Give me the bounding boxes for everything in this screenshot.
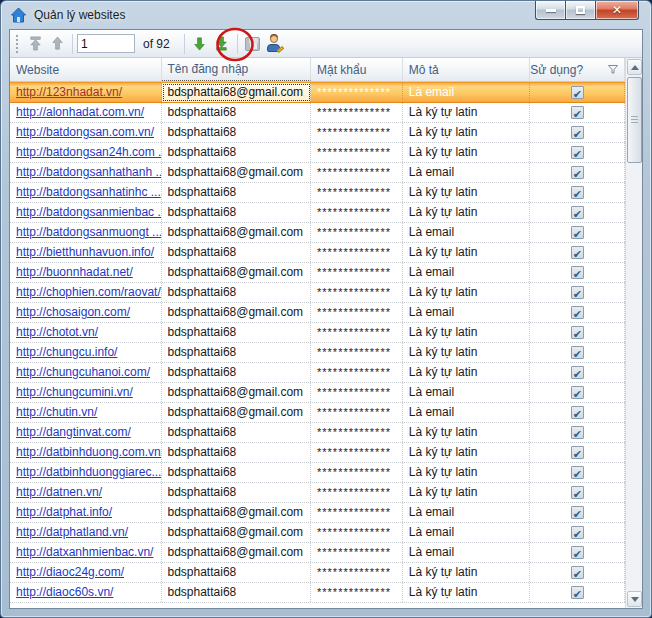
edit-user-button[interactable] (264, 33, 286, 55)
website-link[interactable]: http://chosaigon.com/ (10, 303, 162, 322)
table-row[interactable]: http://batdongsanhathanh ... bdsphattai6… (10, 163, 625, 183)
table-row[interactable]: http://dangtinvat.com/ bdsphattai68 ****… (10, 423, 625, 443)
password-cell[interactable]: ************** (311, 183, 403, 202)
website-link[interactable]: http://diaoc24g.com/ (10, 563, 162, 582)
description-cell[interactable]: Là email (403, 303, 531, 322)
password-cell[interactable]: ************** (311, 103, 403, 122)
maximize-button[interactable] (565, 1, 595, 20)
password-cell[interactable]: ************** (311, 523, 403, 542)
website-link[interactable]: http://batdongsanhatinhc ... (10, 183, 162, 202)
password-cell[interactable]: ************** (311, 463, 403, 482)
username-cell[interactable]: bdsphattai68@gmail.com (162, 223, 312, 242)
filter-funnel-icon[interactable] (608, 65, 618, 74)
column-header-used[interactable]: Sử dụng? (530, 58, 625, 81)
used-checkbox[interactable] (571, 166, 584, 179)
description-cell[interactable]: Là ký tự latin (403, 123, 531, 142)
used-checkbox[interactable] (571, 286, 584, 299)
website-link[interactable]: http://batdongsan24h.com ... (10, 143, 162, 162)
minimize-button[interactable] (535, 1, 565, 20)
table-row[interactable]: http://bietthunhavuon.info/ bdsphattai68… (10, 243, 625, 263)
description-cell[interactable]: Là email (403, 263, 531, 282)
description-cell[interactable]: Là email (403, 383, 531, 402)
description-cell[interactable]: Là ký tự latin (403, 483, 531, 502)
website-link[interactable]: http://diaoc60s.vn/ (10, 583, 162, 602)
table-row[interactable]: http://batdongsanmuongt ... bdsphattai68… (10, 223, 625, 243)
username-cell[interactable]: bdsphattai68@gmail.com (162, 303, 312, 322)
description-cell[interactable]: Là ký tự latin (403, 323, 531, 342)
website-link[interactable]: http://batdongsanhathanh ... (10, 163, 162, 182)
website-link[interactable]: http://datxanhmienbac.vn/ (10, 543, 162, 562)
website-link[interactable]: http://batdongsan.com.vn/ (10, 123, 162, 142)
used-checkbox[interactable] (571, 446, 584, 459)
table-row[interactable]: http://diaoc24g.com/ bdsphattai68 ******… (10, 563, 625, 583)
table-row[interactable]: http://batdongsan.com.vn/ bdsphattai68 *… (10, 123, 625, 143)
username-cell[interactable]: bdsphattai68 (162, 443, 312, 462)
username-cell[interactable]: bdsphattai68 (162, 363, 312, 382)
table-row[interactable]: http://chungcuhanoi.com/ bdsphattai68 **… (10, 363, 625, 383)
username-cell[interactable]: bdsphattai68 (162, 243, 312, 262)
last-record-button[interactable] (211, 33, 233, 55)
used-checkbox[interactable] (571, 186, 584, 199)
table-row[interactable]: http://datbinhduonggiarec... bdsphattai6… (10, 463, 625, 483)
table-row[interactable]: http://chophien.com/raovat/ bdsphattai68… (10, 283, 625, 303)
description-cell[interactable]: Là ký tự latin (403, 203, 531, 222)
save-button[interactable] (242, 33, 264, 55)
table-row[interactable]: http://datphat.info/ bdsphattai68@gmail.… (10, 503, 625, 523)
table-row[interactable]: http://alonhadat.com.vn/ bdsphattai68 **… (10, 103, 625, 123)
website-link[interactable]: http://batdongsanmuongt ... (10, 223, 162, 242)
column-header-password[interactable]: Mật khẩu (311, 58, 403, 81)
username-cell[interactable]: bdsphattai68 (162, 283, 312, 302)
website-link[interactable]: http://alonhadat.com.vn/ (10, 103, 162, 122)
description-cell[interactable]: Là ký tự latin (403, 183, 531, 202)
username-cell[interactable]: bdsphattai68@gmail.com (162, 523, 312, 542)
description-cell[interactable]: Là ký tự latin (403, 363, 531, 382)
table-row[interactable]: http://chosaigon.com/ bdsphattai68@gmail… (10, 303, 625, 323)
password-cell[interactable]: ************** (311, 423, 403, 442)
description-cell[interactable]: Là ký tự latin (403, 243, 531, 262)
table-row[interactable]: http://datphatland.vn/ bdsphattai68@gmai… (10, 523, 625, 543)
website-link[interactable]: http://batdongsanmienbac ... (10, 203, 162, 222)
used-checkbox[interactable] (571, 126, 584, 139)
used-checkbox[interactable] (571, 306, 584, 319)
used-checkbox[interactable] (571, 86, 584, 99)
description-cell[interactable]: Là ký tự latin (403, 583, 531, 602)
website-link[interactable]: http://datbinhduong.com.vn/ (10, 443, 162, 462)
description-cell[interactable]: Là ký tự latin (403, 443, 531, 462)
username-cell[interactable]: bdsphattai68@gmail.com (162, 543, 312, 562)
used-checkbox[interactable] (571, 226, 584, 239)
password-cell[interactable]: ************** (311, 283, 403, 302)
used-checkbox[interactable] (571, 366, 584, 379)
used-checkbox[interactable] (571, 546, 584, 559)
table-row[interactable]: http://chotot.vn/ bdsphattai68 *********… (10, 323, 625, 343)
username-cell[interactable]: bdsphattai68@gmail.com (162, 163, 312, 182)
table-row[interactable]: http://buonnhadat.net/ bdsphattai68@gmai… (10, 263, 625, 283)
used-checkbox[interactable] (571, 506, 584, 519)
description-cell[interactable]: Là email (403, 543, 531, 562)
description-cell[interactable]: Là ký tự latin (403, 463, 531, 482)
used-checkbox[interactable] (571, 266, 584, 279)
description-cell[interactable]: Là email (403, 523, 531, 542)
used-checkbox[interactable] (571, 246, 584, 259)
website-link[interactable]: http://dangtinvat.com/ (10, 423, 162, 442)
first-record-button[interactable] (24, 33, 46, 55)
close-button[interactable]: ✕ (595, 1, 639, 20)
table-row[interactable]: http://batdongsanmienbac ... bdsphattai6… (10, 203, 625, 223)
website-link[interactable]: http://chotot.vn/ (10, 323, 162, 342)
password-cell[interactable]: ************** (311, 163, 403, 182)
description-cell[interactable]: Là email (403, 83, 531, 102)
website-link[interactable]: http://123nhadat.vn/ (10, 83, 162, 102)
password-cell[interactable]: ************** (311, 303, 403, 322)
username-cell[interactable]: bdsphattai68 (162, 203, 312, 222)
description-cell[interactable]: Là ký tự latin (403, 423, 531, 442)
username-cell[interactable]: bdsphattai68@gmail.com (162, 83, 312, 102)
username-cell[interactable]: bdsphattai68 (162, 483, 312, 502)
used-checkbox[interactable] (571, 586, 584, 599)
description-cell[interactable]: Là email (403, 403, 531, 422)
vertical-scrollbar[interactable] (625, 58, 642, 608)
table-row[interactable]: http://datbinhduong.com.vn/ bdsphattai68… (10, 443, 625, 463)
website-link[interactable]: http://bietthunhavuon.info/ (10, 243, 162, 262)
password-cell[interactable]: ************** (311, 483, 403, 502)
password-cell[interactable]: ************** (311, 223, 403, 242)
record-position-input[interactable] (77, 34, 135, 53)
used-checkbox[interactable] (571, 426, 584, 439)
